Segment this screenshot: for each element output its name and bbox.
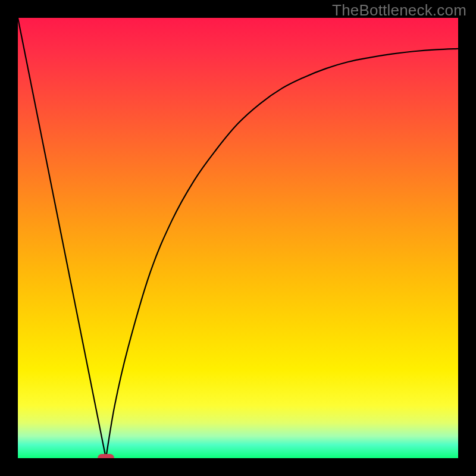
chart-frame: TheBottleneck.com	[0, 0, 476, 476]
watermark-text: TheBottleneck.com	[332, 1, 466, 20]
curve-path	[18, 18, 458, 458]
min-marker	[98, 454, 114, 458]
curve-svg	[18, 18, 458, 458]
plot-area	[18, 18, 458, 458]
